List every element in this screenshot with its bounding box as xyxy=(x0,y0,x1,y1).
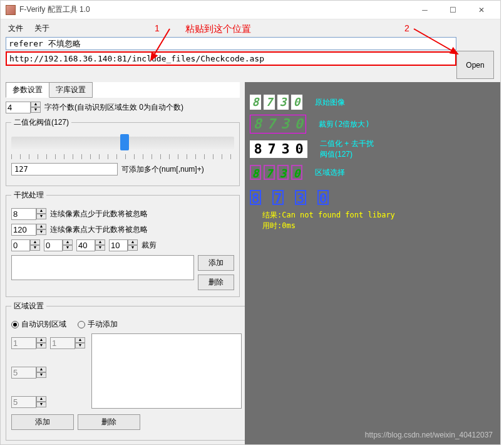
result-text: 结果:Can not found font libary xyxy=(262,210,495,221)
region-add-button[interactable]: 添加 xyxy=(11,414,74,430)
noise-listbox[interactable] xyxy=(11,255,194,280)
label-binarize: 二值化 + 去干扰阀值(127) xyxy=(320,139,374,160)
noise-min-spinner[interactable]: ▲▼ xyxy=(11,208,46,220)
crop-a-spinner[interactable]: ▲▼ xyxy=(11,239,40,251)
region-x1-spinner[interactable]: ▲▼ xyxy=(11,337,46,349)
menu-about[interactable]: 关于 xyxy=(34,23,49,34)
threshold-hint: 可添加多个(num[,num]+) xyxy=(121,164,204,175)
referer-input[interactable] xyxy=(6,37,456,50)
preview-panel: 8730 原始图像 8730 裁剪(2倍放大) 8730 二值化 + 去干扰阀值… xyxy=(245,82,500,444)
region-auto-radio[interactable]: 自动识别区域 xyxy=(11,319,66,330)
label-crop: 裁剪(2倍放大) xyxy=(319,119,370,130)
slider-thumb[interactable] xyxy=(120,134,129,150)
region-listbox[interactable] xyxy=(91,333,242,409)
titlebar: F-Verify 配置工具 1.0 ─ ☐ ✕ xyxy=(1,1,500,19)
menu-file[interactable]: 文件 xyxy=(8,23,23,34)
menu-bar: 文件 关于 xyxy=(1,19,500,37)
region-delete-button[interactable]: 删除 xyxy=(78,414,140,430)
preview-crop: 8730 xyxy=(250,115,306,134)
close-button[interactable]: ✕ xyxy=(467,1,495,19)
region-y2-spinner[interactable]: ▲▼ xyxy=(11,396,46,408)
crop-b-spinner[interactable]: ▲▼ xyxy=(44,239,73,251)
noise-add-button[interactable]: 添加 xyxy=(198,255,234,271)
tab-fontlib[interactable]: 字库设置 xyxy=(49,82,93,98)
watermark: https://blog.csdn.net/weixin_40412037 xyxy=(365,431,493,439)
char-count-spinner[interactable]: ▲▼ xyxy=(6,102,41,113)
noise-group: 干扰处理 ▲▼ 连续像素点少于此数将被忽略 ▲▼ 连续像素点大于此数将被忽略 ▲… xyxy=(6,190,240,297)
preview-binarize: 8730 xyxy=(250,140,307,158)
noise-delete-button[interactable]: 删除 xyxy=(198,275,234,290)
preview-original: 8730 xyxy=(250,95,302,110)
region-y1-spinner[interactable]: ▲▼ xyxy=(50,337,85,349)
region-x2-spinner[interactable]: ▲▼ xyxy=(11,367,46,379)
crop-d-spinner[interactable]: ▲▼ xyxy=(109,239,138,251)
label-original: 原始图像 xyxy=(315,97,345,108)
threshold-group: 二值化阀值(127) 可添加多个(num[,num]+) xyxy=(6,117,240,186)
minimize-button[interactable]: ─ xyxy=(411,1,439,19)
app-icon xyxy=(6,5,16,15)
tab-params[interactable]: 参数设置 xyxy=(6,82,49,98)
threshold-slider[interactable] xyxy=(11,137,234,149)
preview-separated: 8730 xyxy=(250,190,337,205)
crop-c-spinner[interactable]: ▲▼ xyxy=(76,239,105,251)
region-manual-radio[interactable]: 手动添加 xyxy=(78,319,118,330)
noise-max-spinner[interactable]: ▲▼ xyxy=(11,224,46,236)
window-title: F-Verify 配置工具 1.0 xyxy=(19,4,411,15)
region-group: 区域设置 自动识别区域 手动添加 ▲▼▲▼ ▲▼ ▲▼ 添加 删除 xyxy=(6,301,245,441)
label-region: 区域选择 xyxy=(315,167,345,178)
time-text: 用时:0ms xyxy=(262,221,495,231)
left-panel: 参数设置 字库设置 ▲▼ 字符个数(自动识别区域生效 0为自动个数) 二值化阀值… xyxy=(1,82,245,444)
preview-region: 8730 xyxy=(250,165,302,180)
url-input[interactable] xyxy=(6,51,456,66)
maximize-button[interactable]: ☐ xyxy=(439,1,467,19)
open-button[interactable]: Open xyxy=(456,51,494,79)
threshold-input[interactable] xyxy=(11,163,118,175)
char-count-label: 字符个数(自动识别区域生效 0为自动个数) xyxy=(44,102,183,113)
